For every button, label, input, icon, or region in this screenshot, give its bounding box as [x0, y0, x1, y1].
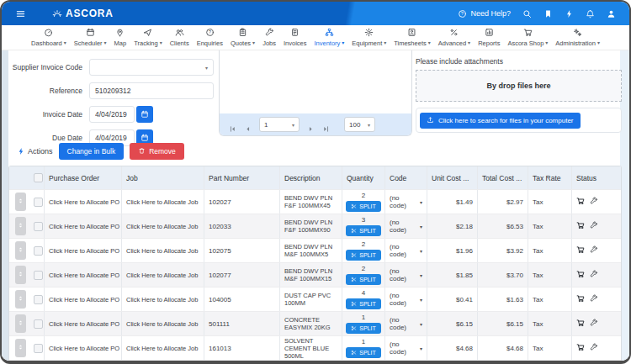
- allocate-job-link[interactable]: Click Here to Allocate Job: [122, 312, 204, 335]
- row-checkbox[interactable]: [34, 246, 43, 256]
- allocate-po-link[interactable]: [45, 361, 122, 364]
- page-size-select[interactable]: 100 ▾: [344, 117, 375, 132]
- nav-item-quotes[interactable]: Quotes ▾: [231, 28, 255, 46]
- wrench-icon[interactable]: [590, 270, 598, 280]
- drag-handle[interactable]: [15, 241, 26, 260]
- allocate-po-link[interactable]: Click Here to Allocate PO: [45, 288, 122, 311]
- nav-item-reports[interactable]: Reports ▾: [478, 28, 500, 46]
- hamburger-menu-icon[interactable]: [15, 8, 26, 19]
- nav-item-clients[interactable]: Clients ▾: [170, 28, 189, 46]
- wrench-icon[interactable]: [590, 221, 598, 231]
- allocate-job-link[interactable]: Click Here to Allocate Job: [122, 214, 204, 238]
- wrench-icon[interactable]: [590, 319, 598, 329]
- cart-icon[interactable]: [576, 197, 585, 207]
- split-button[interactable]: SPLIT: [346, 250, 380, 261]
- code-select[interactable]: (no code) ▾: [385, 214, 427, 238]
- reference-input[interactable]: [89, 82, 214, 99]
- split-button[interactable]: SPLIT: [346, 323, 380, 334]
- code-select[interactable]: (no code) ▾: [385, 312, 427, 335]
- row-checkbox[interactable]: [34, 295, 43, 304]
- nav-item-enquiries[interactable]: ? Enquiries ▾: [197, 28, 223, 46]
- browse-files-button[interactable]: Click here to search for files in your c…: [420, 113, 581, 129]
- wrench-icon[interactable]: [590, 245, 598, 256]
- wrench-icon[interactable]: [590, 197, 598, 207]
- timesheets-icon: [407, 28, 416, 39]
- allocate-po-link[interactable]: Click Here to Allocate PO: [45, 214, 122, 238]
- cart-icon[interactable]: [576, 245, 585, 256]
- change-in-bulk-button[interactable]: Change in Bulk: [59, 143, 125, 160]
- split-button[interactable]: SPLIT: [346, 201, 380, 212]
- allocate-job-link[interactable]: Click Here to Allocate Job: [122, 263, 204, 287]
- first-page-button[interactable]: [229, 121, 236, 129]
- row-checkbox[interactable]: [34, 344, 43, 353]
- bookmark-icon[interactable]: [544, 9, 553, 18]
- nav-item-tracking[interactable]: Tracking ▾: [134, 28, 162, 46]
- wrench-icon[interactable]: [590, 343, 598, 353]
- drag-handle[interactable]: [15, 217, 26, 235]
- allocate-po-link[interactable]: Click Here to Allocate PO: [45, 312, 122, 335]
- row-checkbox[interactable]: [34, 319, 43, 329]
- wrench-icon[interactable]: [590, 294, 598, 304]
- allocate-po-link[interactable]: Click Here to Allocate PO: [45, 263, 122, 287]
- select-all-checkbox[interactable]: [34, 173, 43, 182]
- lightning-icon[interactable]: [565, 9, 574, 18]
- allocate-po-link[interactable]: Click Here to Allocate PO: [45, 336, 122, 360]
- allocate-job-link[interactable]: Click Here to Allocate Job: [122, 190, 204, 214]
- row-checkbox[interactable]: [34, 198, 43, 207]
- split-button[interactable]: SPLIT: [346, 225, 380, 236]
- row-checkbox[interactable]: [34, 271, 43, 280]
- row-checkbox[interactable]: [34, 222, 43, 231]
- code-select[interactable]: (no code) ▾: [385, 263, 427, 287]
- allocate-job-link[interactable]: Click Here to Allocate Job: [122, 288, 204, 311]
- next-page-button[interactable]: [307, 121, 315, 129]
- invoice-date-input[interactable]: [89, 106, 135, 123]
- nav-item-invoices[interactable]: Invoices ▾: [284, 28, 307, 46]
- invoice-date-calendar-button[interactable]: [136, 106, 153, 123]
- file-dropzone[interactable]: By drop files here: [416, 70, 622, 102]
- nav-item-ascora-shop[interactable]: Ascora Shop ▾: [507, 28, 548, 46]
- notifications-bell-icon[interactable]: [586, 9, 595, 18]
- inventory-icon: [325, 28, 334, 39]
- code-select[interactable]: (no code) ▾: [385, 288, 427, 311]
- nav-item-dashboard[interactable]: Dashboard ▾: [31, 28, 66, 46]
- cart-icon[interactable]: [576, 221, 585, 231]
- allocate-job-link[interactable]: Click Here to Allocate Job: [122, 239, 204, 262]
- drag-handle[interactable]: [15, 193, 26, 211]
- nav-item-inventory[interactable]: Inventory ▾: [314, 28, 344, 46]
- drag-handle[interactable]: [15, 314, 26, 333]
- remove-button[interactable]: Remove: [130, 143, 184, 160]
- allocate-job-link[interactable]: [122, 361, 204, 364]
- search-icon[interactable]: [522, 9, 532, 18]
- code-select[interactable]: (no code) ▾: [385, 190, 427, 214]
- nav-item-advanced[interactable]: Advanced ▾: [438, 28, 470, 46]
- cart-icon[interactable]: [576, 343, 585, 353]
- code-select[interactable]: (no code) ▾: [385, 336, 427, 360]
- nav-item-map[interactable]: Map ▾: [114, 28, 127, 46]
- nav-item-timesheets[interactable]: Timesheets ▾: [394, 28, 431, 46]
- cart-icon[interactable]: [576, 294, 585, 304]
- split-button[interactable]: SPLIT: [346, 274, 380, 285]
- code-select[interactable]: ▾: [385, 361, 427, 364]
- drag-handle[interactable]: [15, 339, 26, 357]
- nav-item-equipment[interactable]: Equipment ▾: [352, 28, 386, 46]
- cart-icon[interactable]: [576, 319, 585, 329]
- unit-cost-value: [427, 361, 478, 364]
- split-button[interactable]: SPLIT: [346, 298, 380, 309]
- cart-icon[interactable]: [576, 270, 585, 280]
- nav-item-scheduler[interactable]: Scheduler ▾: [74, 28, 107, 46]
- page-select[interactable]: 1 ▾: [259, 117, 300, 132]
- allocate-po-link[interactable]: Click Here to Allocate PO: [45, 239, 122, 262]
- user-profile-icon[interactable]: [607, 9, 616, 18]
- nav-item-administration[interactable]: Administration ▾: [555, 28, 600, 46]
- split-button[interactable]: SPLIT: [346, 347, 380, 358]
- allocate-po-link[interactable]: Click Here to Allocate PO: [45, 190, 122, 214]
- drag-handle[interactable]: [15, 290, 26, 309]
- nav-item-jobs[interactable]: Jobs ▾: [262, 28, 276, 46]
- supplier-invoice-code-select[interactable]: ▾: [89, 59, 214, 76]
- drag-handle[interactable]: [15, 266, 26, 284]
- need-help-button[interactable]: ? Need Help?: [458, 9, 511, 18]
- last-page-button[interactable]: [322, 121, 330, 129]
- allocate-job-link[interactable]: Click Here to Allocate Job: [122, 336, 204, 360]
- previous-page-button[interactable]: [244, 121, 252, 129]
- code-select[interactable]: (no code) ▾: [385, 239, 427, 262]
